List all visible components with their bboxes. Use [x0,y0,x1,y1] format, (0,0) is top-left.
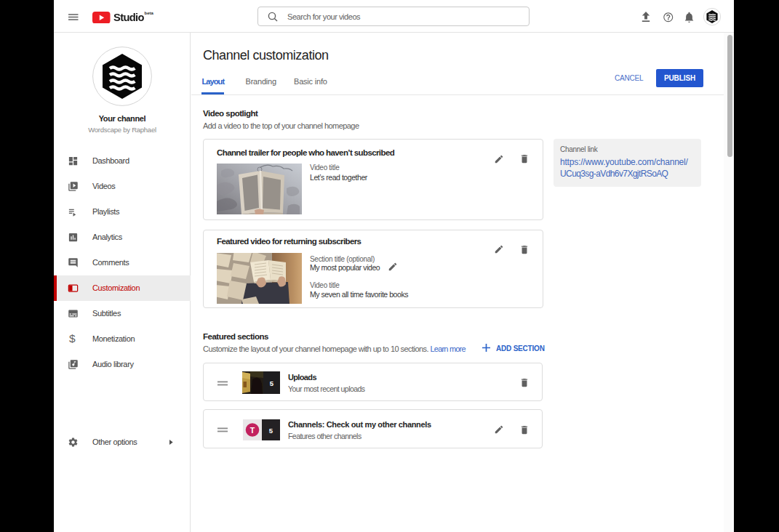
svg-text:5: 5 [270,379,274,387]
svg-text:5: 5 [269,427,273,435]
svg-text:T: T [250,425,255,434]
